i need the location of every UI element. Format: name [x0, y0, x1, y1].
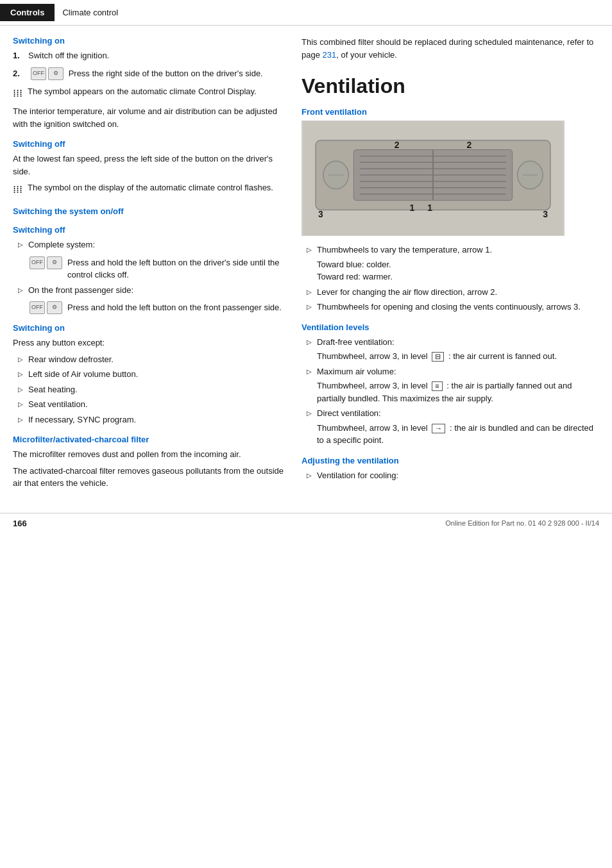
step-1: 1. Switch off the ignition.	[13, 49, 289, 62]
button-icons-step2: OFF ⚙	[31, 67, 64, 80]
vent-item-1: Lever for changing the air flow directio…	[302, 286, 599, 299]
combined-filter-para: This combined filter should be replaced …	[302, 36, 599, 61]
front-passenger-item: On the front passenger side:	[13, 284, 289, 297]
vent-level-0: Draft-free ventilation: Thumbwheel, arro…	[302, 336, 599, 363]
vent-level-1-main: Maximum air volume:	[317, 367, 396, 376]
svg-text:1: 1	[427, 203, 432, 213]
vent-item-2: Thumbwheels for opening and closing the …	[302, 301, 599, 313]
symbol-row-2: ⁞⁞⁞ The symbol on the display of the aut…	[13, 181, 289, 197]
step-1-text: Switch off the ignition.	[28, 49, 289, 62]
complete-system-label: Complete system:	[28, 238, 95, 251]
page-footer: 166 Online Edition for Part no. 01 40 2 …	[0, 513, 612, 533]
svg-text:1: 1	[410, 203, 415, 213]
microfilter-para-2: The activated-charcoal filter removes ga…	[13, 465, 289, 490]
adjusting-item-0-text: Ventilation for cooling:	[317, 469, 398, 482]
adjusting-item-0: Ventilation for cooling:	[302, 469, 599, 482]
front-passenger-text: Press and hold the left button on the fr…	[67, 301, 282, 314]
page-number: 166	[13, 519, 27, 528]
left-column: Switching on 1. Switch off the ignition.…	[13, 36, 289, 494]
vent-level-1: Maximum air volume: Thumbwheel, arrow 3,…	[302, 365, 599, 405]
step-2-num: 2.	[13, 67, 26, 80]
vent-level-list: Draft-free ventilation: Thumbwheel, arro…	[302, 336, 599, 447]
switching-on-steps: 1. Switch off the ignition. 2. OFF ⚙ Pre…	[13, 49, 289, 80]
vent-sub-0-0: Toward blue: colder.	[317, 258, 492, 271]
btn-grid2-icon: ⚙	[47, 256, 62, 269]
complete-system-sub: OFF ⚙ Press and hold the left button on …	[13, 256, 289, 281]
front-passenger-list: On the front passenger side:	[13, 284, 289, 297]
symbol-row-1: ⁞⁞⁞ The symbol appears on the automatic …	[13, 85, 289, 101]
except-item-0: Rear window defroster.	[13, 353, 289, 366]
level-sym-arrow: →	[432, 424, 445, 433]
section-switching-off2-title: Switching off	[13, 225, 289, 235]
btn-grid-icon: ⚙	[48, 67, 64, 80]
vent-level-0-main: Draft-free ventilation:	[317, 337, 395, 347]
complete-system-item: Complete system:	[13, 238, 289, 251]
adjusting-list: Ventilation for cooling:	[302, 469, 599, 482]
tab-climate: Climate control	[62, 8, 118, 17]
btn-off-icon: OFF	[31, 67, 46, 80]
front-ventilation-title: Front ventilation	[302, 107, 599, 117]
climate-symbol-icon-1: ⁞⁞⁞	[13, 86, 22, 101]
vent-items-list: Thumbwheels to vary the temperature, arr…	[302, 244, 599, 313]
except-items-list: Rear window defroster. Left side of Air …	[13, 353, 289, 426]
section-switching-on-title: Switching on	[13, 36, 289, 46]
vent-level-2-main: Direct ventilation:	[317, 408, 381, 418]
front-vent-image: 1 1 2 2 3 3	[302, 121, 565, 236]
vent-item-0-sub: Toward blue: colder. Toward red: warmer.	[317, 258, 492, 283]
btn-off2-icon: OFF	[30, 256, 45, 269]
vent-item-2-main: Thumbwheels for opening and closing the …	[317, 301, 581, 313]
vent-item-0-main: Thumbwheels to vary the temperature, arr…	[317, 245, 492, 255]
btn-off3-icon: OFF	[30, 301, 45, 314]
interior-temp-para: The interior temperature, air volume and…	[13, 105, 289, 130]
level-sym-high: ≡	[432, 381, 442, 391]
svg-text:2: 2	[395, 140, 400, 150]
except-item-2: Seat heating.	[13, 383, 289, 396]
section-switching-on2-title: Switching on	[13, 323, 289, 333]
front-passenger-label: On the front passenger side:	[28, 284, 133, 297]
page-header: Controls Climate control	[0, 0, 612, 26]
press-any-button-para: Press any button except:	[13, 337, 289, 349]
except-item-3: Seat ventilation.	[13, 398, 289, 411]
section-switching-off-title: Switching off	[13, 139, 289, 149]
svg-text:3: 3	[543, 210, 548, 220]
page-content: Switching on 1. Switch off the ignition.…	[0, 26, 612, 494]
vent-level-2-sub: Thumbwheel, arrow 3, in level → : the ai…	[317, 422, 599, 447]
except-item-4: If necessary, SYNC program.	[13, 413, 289, 426]
system-off-list: Complete system:	[13, 238, 289, 251]
step-2-text: Press the right side of the button on th…	[69, 69, 263, 78]
except-item-1: Left side of Air volume button.	[13, 368, 289, 381]
ventilation-levels-title: Ventilation levels	[302, 322, 599, 332]
step-1-num: 1.	[13, 49, 26, 62]
right-column: This combined filter should be replaced …	[302, 36, 599, 494]
vent-level-0-sub: Thumbwheel, arrow 3, in level ⊟ : the ai…	[317, 350, 557, 363]
symbol-text-1: The symbol appears on the automatic clim…	[28, 85, 257, 98]
btn-grid3-icon: ⚙	[47, 301, 62, 314]
svg-text:2: 2	[467, 140, 472, 150]
step-2: 2. OFF ⚙ Press the right side of the but…	[13, 67, 289, 81]
symbol-text-2: The symbol on the display of the automat…	[28, 181, 273, 194]
svg-text:3: 3	[318, 210, 323, 220]
adjusting-title: Adjusting the ventilation	[302, 456, 599, 465]
section-system-title: Switching the system on/off	[13, 206, 289, 216]
step-2-content: OFF ⚙ Press the right side of the button…	[28, 67, 289, 81]
vent-item-0-content: Thumbwheels to vary the temperature, arr…	[317, 244, 492, 283]
vent-item-1-main: Lever for changing the air flow directio…	[317, 286, 497, 299]
footer-text: Online Edition for Part no. 01 40 2 928 …	[445, 519, 599, 527]
vent-level-2: Direct ventilation: Thumbwheel, arrow 3,…	[302, 407, 599, 447]
vent-sub-0-1: Toward red: warmer.	[317, 271, 492, 283]
vent-item-0: Thumbwheels to vary the temperature, arr…	[302, 244, 599, 283]
climate-symbol-icon-2: ⁞⁞⁞	[13, 182, 22, 197]
vent-diagram-svg: 1 1 2 2 3 3	[302, 121, 564, 235]
microfilter-para-1: The microfilter removes dust and pollen …	[13, 448, 289, 461]
complete-system-text: Press and hold the left button on the dr…	[67, 256, 289, 281]
switching-off-para: At the lowest fan speed, press the left …	[13, 153, 289, 178]
page-ref-231: 231	[323, 50, 337, 60]
front-passenger-sub: OFF ⚙ Press and hold the left button on …	[13, 301, 289, 314]
ventilation-title: Ventilation	[302, 74, 599, 98]
front-passenger-btn-icons: OFF ⚙	[30, 301, 62, 314]
section-microfilter-title: Microfilter/activated-charcoal filter	[13, 435, 289, 444]
level-sym-low: ⊟	[432, 352, 444, 362]
tab-controls[interactable]: Controls	[0, 4, 55, 21]
complete-system-btn-icons: OFF ⚙	[30, 256, 62, 269]
vent-level-1-sub: Thumbwheel, arrow 3, in level ≡ : the ai…	[317, 380, 599, 405]
